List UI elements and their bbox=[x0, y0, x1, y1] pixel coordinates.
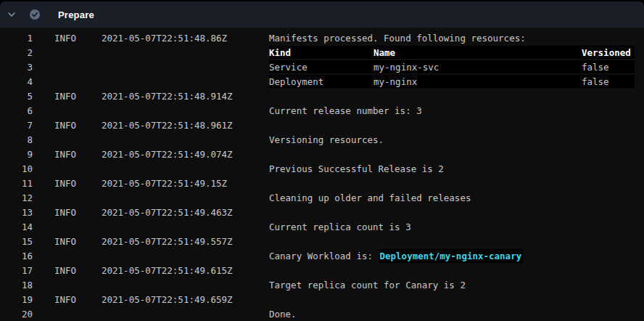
log-level: INFO bbox=[54, 149, 102, 160]
log-timestamp: 2021-05-07T22:51:49.074Z bbox=[102, 149, 269, 160]
log-line: 7INFO2021-05-07T22:51:48.961Z bbox=[0, 118, 644, 132]
log-message: Current release number is: 3 bbox=[269, 105, 635, 116]
log-level: INFO bbox=[54, 207, 102, 218]
line-number[interactable]: 6 bbox=[0, 105, 33, 116]
log-level: INFO bbox=[54, 294, 102, 305]
line-number[interactable]: 2 bbox=[0, 47, 33, 58]
line-number[interactable]: 10 bbox=[0, 163, 33, 174]
log-level: INFO bbox=[54, 265, 102, 276]
table-cell: false bbox=[582, 76, 635, 87]
line-number[interactable]: 17 bbox=[0, 265, 33, 276]
log-message: Cleaning up older and failed releases bbox=[269, 192, 635, 203]
check-circle-icon bbox=[29, 9, 41, 20]
log-message: Versioning resources. bbox=[269, 134, 635, 145]
table-cell: my-nginx-svc bbox=[373, 62, 582, 73]
log-line: 14Current replica count is 3 bbox=[0, 219, 644, 234]
log-timestamp: 2021-05-07T22:51:49.463Z bbox=[102, 207, 269, 218]
log-line: 13INFO2021-05-07T22:51:49.463Z bbox=[0, 205, 644, 219]
log-line: 11INFO2021-05-07T22:51:49.15Z bbox=[0, 176, 644, 190]
log-timestamp: 2021-05-07T22:51:49.615Z bbox=[102, 265, 269, 276]
resource-table-header: KindNameVersioned bbox=[269, 46, 635, 59]
log-line: 1INFO2021-05-07T22:51:48.86ZManifests pr… bbox=[0, 31, 644, 45]
log-line: 9INFO2021-05-07T22:51:49.074Z bbox=[0, 147, 644, 161]
log-line: 15INFO2021-05-07T22:51:49.557Z bbox=[0, 234, 644, 248]
table-cell: Deployment bbox=[269, 76, 373, 87]
log-message: Previous Successful Release is 2 bbox=[269, 163, 635, 174]
line-number[interactable]: 18 bbox=[0, 280, 33, 290]
log-line: 10Previous Successful Release is 2 bbox=[0, 161, 644, 176]
log-level: INFO bbox=[54, 120, 102, 131]
log-timestamp: 2021-05-07T22:51:49.557Z bbox=[102, 236, 269, 247]
table-cell: Service bbox=[269, 62, 373, 73]
line-number[interactable]: 13 bbox=[0, 207, 33, 218]
line-number[interactable]: 9 bbox=[0, 149, 33, 160]
log-timestamp: 2021-05-07T22:51:49.659Z bbox=[102, 294, 269, 305]
log-message: Canary Workload is: Deployment/my-nginx-… bbox=[269, 251, 635, 261]
line-number[interactable]: 7 bbox=[0, 120, 33, 131]
line-number[interactable]: 19 bbox=[0, 294, 33, 305]
log-message: Done. bbox=[269, 309, 635, 320]
log-message: KindNameVersioned bbox=[269, 46, 635, 59]
step-title: Prepare bbox=[58, 9, 94, 20]
table-cell: false bbox=[582, 62, 635, 73]
log-line: 2KindNameVersioned bbox=[0, 45, 644, 60]
log-level: INFO bbox=[54, 91, 102, 102]
line-number[interactable]: 20 bbox=[0, 309, 33, 320]
log-line: 17INFO2021-05-07T22:51:49.615Z bbox=[0, 263, 644, 277]
log-timestamp: 2021-05-07T22:51:48.914Z bbox=[102, 91, 269, 102]
log-line: 16Canary Workload is: Deployment/my-ngin… bbox=[0, 248, 644, 263]
line-number[interactable]: 15 bbox=[0, 236, 33, 247]
step-header[interactable]: Prepare bbox=[0, 1, 644, 28]
canary-workload-link: Deployment/my-nginx-canary bbox=[379, 249, 524, 263]
line-number[interactable]: 4 bbox=[0, 76, 33, 87]
log-line: 6Current release number is: 3 bbox=[0, 103, 644, 118]
log-timestamp: 2021-05-07T22:51:48.86Z bbox=[102, 33, 269, 44]
log-line: 20Done. bbox=[0, 306, 644, 321]
line-number[interactable]: 11 bbox=[0, 178, 33, 189]
log-message: Deploymentmy-nginxfalse bbox=[269, 75, 635, 88]
log-timestamp: 2021-05-07T22:51:49.15Z bbox=[102, 178, 269, 189]
resource-table-row: Servicemy-nginx-svcfalse bbox=[269, 60, 635, 73]
log-output[interactable]: 1INFO2021-05-07T22:51:48.86ZManifests pr… bbox=[0, 28, 644, 321]
line-number[interactable]: 14 bbox=[0, 222, 33, 232]
table-cell: my-nginx bbox=[373, 76, 582, 87]
log-step-card: Prepare 1INFO2021-05-07T22:51:48.86ZMani… bbox=[0, 0, 644, 321]
log-message: Target replica count for Canary is 2 bbox=[269, 280, 635, 290]
table-cell: Kind bbox=[269, 47, 373, 58]
log-message: Manifests processed. Found following res… bbox=[269, 33, 635, 44]
log-timestamp: 2021-05-07T22:51:48.961Z bbox=[102, 120, 269, 131]
log-message: Current replica count is 3 bbox=[269, 222, 635, 232]
log-line: 8Versioning resources. bbox=[0, 132, 644, 147]
log-line: 19INFO2021-05-07T22:51:49.659Z bbox=[0, 292, 644, 306]
log-level: INFO bbox=[54, 236, 102, 247]
log-line: 12Cleaning up older and failed releases bbox=[0, 190, 644, 205]
resource-table-row: Deploymentmy-nginxfalse bbox=[269, 75, 635, 88]
log-level: INFO bbox=[54, 33, 102, 44]
chevron-down-icon[interactable] bbox=[6, 9, 17, 20]
line-number[interactable]: 3 bbox=[0, 62, 33, 73]
line-number[interactable]: 1 bbox=[0, 33, 33, 44]
line-number[interactable]: 12 bbox=[0, 192, 33, 203]
log-message: Servicemy-nginx-svcfalse bbox=[269, 60, 635, 73]
log-line: 4Deploymentmy-nginxfalse bbox=[0, 74, 644, 89]
line-number[interactable]: 8 bbox=[0, 134, 33, 145]
table-cell: Name bbox=[373, 47, 582, 58]
table-cell: Versioned bbox=[582, 47, 635, 58]
log-level: INFO bbox=[54, 178, 102, 189]
line-number[interactable]: 16 bbox=[0, 251, 33, 261]
line-number[interactable]: 5 bbox=[0, 91, 33, 102]
log-line: 5INFO2021-05-07T22:51:48.914Z bbox=[0, 89, 644, 103]
log-line: 18Target replica count for Canary is 2 bbox=[0, 277, 644, 292]
log-line: 3Servicemy-nginx-svcfalse bbox=[0, 60, 644, 74]
